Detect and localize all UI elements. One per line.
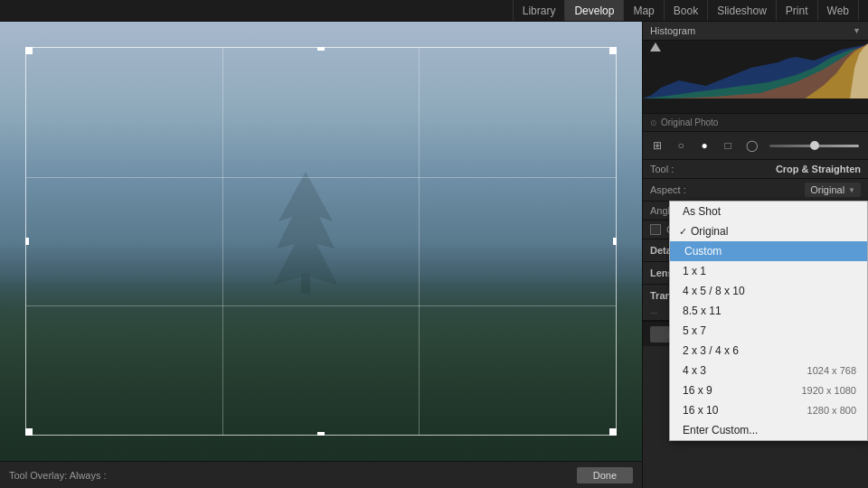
main-layout: Tool Overlay: Always : Done Histogram ▼ xyxy=(0,22,868,488)
top-navigation: Library Develop Map Book Slideshow Print… xyxy=(0,0,868,22)
aspect-dropdown-menu: As Shot ✓Original Custom 1 x 1 4 x 5 / 8… xyxy=(669,201,868,441)
histogram-collapse-icon[interactable]: ▼ xyxy=(853,26,861,35)
right-panel: Histogram ▼ xyxy=(642,22,868,488)
dropdown-5x7[interactable]: 5 x 7 xyxy=(670,321,867,341)
aspect-dropdown-arrow: ▼ xyxy=(848,186,855,194)
spot-removal-icon[interactable]: ○ xyxy=(672,136,690,155)
dropdown-custom[interactable]: Custom xyxy=(670,241,867,261)
aspect-value: Original xyxy=(810,184,844,195)
dropdown-8511[interactable]: 8.5 x 11 xyxy=(670,301,867,321)
nav-web[interactable]: Web xyxy=(818,0,859,21)
nav-slideshow[interactable]: Slideshow xyxy=(708,0,777,21)
dropdown-16x10[interactable]: 16 x 10 1280 x 800 xyxy=(670,400,867,420)
histogram-canvas: ISO 1600 90 mm f / 3.2 1/250 sec xyxy=(643,41,868,113)
tool-value: Crop & Straighten xyxy=(776,164,861,174)
dropdown-enter-custom[interactable]: Enter Custom... xyxy=(670,420,867,440)
tool-slider[interactable] xyxy=(769,145,859,147)
nav-library[interactable]: Library xyxy=(513,0,566,21)
svg-marker-0 xyxy=(274,172,337,285)
dropdown-1x1[interactable]: 1 x 1 xyxy=(670,261,867,281)
image-canvas xyxy=(0,22,642,461)
dropdown-as-shot[interactable]: As Shot xyxy=(670,202,867,221)
tree-silhouette xyxy=(269,167,342,294)
tool-slider-thumb[interactable] xyxy=(810,141,819,150)
aspect-row: Aspect : Original ▼ As Shot ✓Original Cu… xyxy=(643,179,868,202)
dropdown-16x9[interactable]: 16 x 9 1920 x 1080 xyxy=(670,380,867,400)
foliage xyxy=(0,277,642,461)
nav-develop[interactable]: Develop xyxy=(565,0,624,21)
dropdown-original[interactable]: ✓Original xyxy=(670,221,867,241)
nav-print[interactable]: Print xyxy=(777,0,818,21)
tool-label-row: Tool : Crop & Straighten xyxy=(643,160,868,179)
dropdown-2x3[interactable]: 2 x 3 / 4 x 6 xyxy=(670,341,867,361)
original-photo-label: ⊙ Original Photo xyxy=(643,114,868,132)
image-area: Tool Overlay: Always : Done xyxy=(0,22,642,488)
histogram-header: Histogram ▼ xyxy=(643,22,868,41)
graduated-filter-icon[interactable]: □ xyxy=(719,136,737,155)
done-button[interactable]: Done xyxy=(577,467,633,483)
tool-overlay-label: Tool Overlay: Always : xyxy=(9,470,107,481)
dropdown-4x5[interactable]: 4 x 5 / 8 x 10 xyxy=(670,281,867,301)
svg-marker-2 xyxy=(650,42,661,52)
crop-tool-icon[interactable]: ⊞ xyxy=(648,136,666,155)
aspect-label: Aspect : xyxy=(650,184,686,195)
histogram-section: Histogram ▼ xyxy=(643,22,868,114)
constrain-checkbox[interactable] xyxy=(650,224,661,235)
image-bottom-bar: Tool Overlay: Always : Done xyxy=(0,461,642,488)
nav-book[interactable]: Book xyxy=(665,0,708,21)
aspect-dropdown[interactable]: Original ▼ xyxy=(805,183,861,197)
nav-map[interactable]: Map xyxy=(624,0,664,21)
tool-icons-row: ⊞ ○ ● □ ◯ xyxy=(643,132,868,160)
redeye-icon[interactable]: ● xyxy=(695,136,713,155)
tool-label: Tool : xyxy=(650,164,674,174)
histogram-title: Histogram xyxy=(650,25,695,36)
dropdown-4x3[interactable]: 4 x 3 1024 x 768 xyxy=(670,361,867,380)
radial-filter-icon[interactable]: ◯ xyxy=(742,136,760,155)
